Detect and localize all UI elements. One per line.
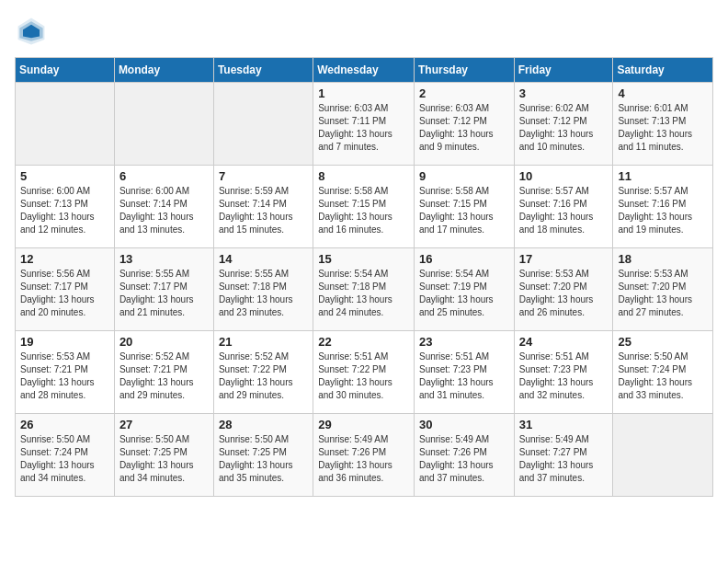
day-info: Sunrise: 5:58 AM Sunset: 7:15 PM Dayligh…: [318, 185, 409, 236]
day-number: 23: [419, 335, 509, 349]
calendar-cell: [213, 83, 313, 166]
calendar-cell: 1Sunrise: 6:03 AM Sunset: 7:11 PM Daylig…: [313, 83, 415, 166]
day-number: 3: [519, 86, 609, 100]
calendar-week-4: 19Sunrise: 5:53 AM Sunset: 7:21 PM Dayli…: [16, 331, 713, 414]
day-number: 2: [419, 86, 509, 100]
calendar-cell: 23Sunrise: 5:51 AM Sunset: 7:23 PM Dayli…: [414, 331, 514, 414]
day-info: Sunrise: 5:53 AM Sunset: 7:21 PM Dayligh…: [20, 350, 109, 402]
day-info: Sunrise: 5:55 AM Sunset: 7:17 PM Dayligh…: [119, 268, 209, 319]
calendar-cell: 7Sunrise: 5:59 AM Sunset: 7:14 PM Daylig…: [213, 166, 313, 248]
calendar-table: SundayMondayTuesdayWednesdayThursdayFrid…: [15, 57, 713, 497]
day-number: 27: [119, 418, 209, 431]
day-number: 4: [618, 86, 708, 100]
calendar-cell: [114, 83, 213, 166]
page-header: [15, 15, 713, 48]
day-number: 18: [618, 252, 708, 266]
day-info: Sunrise: 5:56 AM Sunset: 7:17 PM Dayligh…: [20, 268, 109, 319]
calendar-cell: 5Sunrise: 6:00 AM Sunset: 7:13 PM Daylig…: [16, 166, 115, 248]
day-info: Sunrise: 5:50 AM Sunset: 7:25 PM Dayligh…: [119, 433, 209, 485]
calendar-cell: 13Sunrise: 5:55 AM Sunset: 7:17 PM Dayli…: [114, 248, 213, 331]
day-number: 6: [119, 169, 209, 183]
day-info: Sunrise: 5:49 AM Sunset: 7:26 PM Dayligh…: [318, 433, 409, 485]
day-number: 11: [618, 169, 708, 183]
calendar-cell: 18Sunrise: 5:53 AM Sunset: 7:20 PM Dayli…: [613, 248, 713, 331]
calendar-cell: 6Sunrise: 6:00 AM Sunset: 7:14 PM Daylig…: [114, 166, 213, 248]
calendar-cell: 10Sunrise: 5:57 AM Sunset: 7:16 PM Dayli…: [514, 166, 613, 248]
day-info: Sunrise: 5:59 AM Sunset: 7:14 PM Dayligh…: [219, 185, 308, 236]
calendar-cell: 26Sunrise: 5:50 AM Sunset: 7:24 PM Dayli…: [16, 414, 115, 497]
day-info: Sunrise: 6:03 AM Sunset: 7:11 PM Dayligh…: [318, 102, 409, 154]
calendar-cell: [16, 83, 115, 166]
day-info: Sunrise: 5:50 AM Sunset: 7:25 PM Dayligh…: [219, 433, 308, 485]
calendar-cell: 17Sunrise: 5:53 AM Sunset: 7:20 PM Dayli…: [514, 248, 613, 331]
weekday-header-saturday: Saturday: [613, 58, 713, 83]
day-number: 24: [519, 335, 609, 349]
calendar-cell: [613, 414, 713, 497]
calendar-cell: 25Sunrise: 5:50 AM Sunset: 7:24 PM Dayli…: [613, 331, 713, 414]
day-number: 10: [519, 169, 609, 183]
calendar-cell: 3Sunrise: 6:02 AM Sunset: 7:12 PM Daylig…: [514, 83, 613, 166]
day-info: Sunrise: 5:53 AM Sunset: 7:20 PM Dayligh…: [519, 268, 609, 319]
day-info: Sunrise: 5:53 AM Sunset: 7:20 PM Dayligh…: [618, 268, 708, 319]
day-info: Sunrise: 5:57 AM Sunset: 7:16 PM Dayligh…: [618, 185, 708, 236]
calendar-cell: 2Sunrise: 6:03 AM Sunset: 7:12 PM Daylig…: [414, 83, 514, 166]
day-number: 26: [20, 418, 109, 431]
calendar-cell: 14Sunrise: 5:55 AM Sunset: 7:18 PM Dayli…: [213, 248, 313, 331]
calendar-cell: 11Sunrise: 5:57 AM Sunset: 7:16 PM Dayli…: [613, 166, 713, 248]
day-info: Sunrise: 6:02 AM Sunset: 7:12 PM Dayligh…: [519, 102, 609, 154]
day-number: 17: [519, 252, 609, 266]
day-info: Sunrise: 5:51 AM Sunset: 7:23 PM Dayligh…: [419, 350, 509, 402]
day-info: Sunrise: 5:49 AM Sunset: 7:27 PM Dayligh…: [519, 433, 609, 485]
day-number: 19: [20, 335, 109, 349]
calendar-cell: 19Sunrise: 5:53 AM Sunset: 7:21 PM Dayli…: [16, 331, 115, 414]
weekday-header-monday: Monday: [114, 58, 213, 83]
day-number: 1: [318, 86, 409, 100]
calendar-cell: 22Sunrise: 5:51 AM Sunset: 7:22 PM Dayli…: [313, 331, 415, 414]
day-number: 13: [119, 252, 209, 266]
calendar-cell: 12Sunrise: 5:56 AM Sunset: 7:17 PM Dayli…: [16, 248, 115, 331]
day-number: 5: [20, 169, 109, 183]
calendar-cell: 29Sunrise: 5:49 AM Sunset: 7:26 PM Dayli…: [313, 414, 415, 497]
day-info: Sunrise: 6:01 AM Sunset: 7:13 PM Dayligh…: [618, 102, 708, 154]
day-number: 15: [318, 252, 409, 266]
calendar-cell: 8Sunrise: 5:58 AM Sunset: 7:15 PM Daylig…: [313, 166, 415, 248]
day-number: 22: [318, 335, 409, 349]
day-number: 7: [219, 169, 308, 183]
day-info: Sunrise: 5:52 AM Sunset: 7:22 PM Dayligh…: [219, 350, 308, 402]
weekday-header-wednesday: Wednesday: [313, 58, 415, 83]
day-number: 28: [219, 418, 308, 431]
calendar-cell: 16Sunrise: 5:54 AM Sunset: 7:19 PM Dayli…: [414, 248, 514, 331]
day-info: Sunrise: 5:57 AM Sunset: 7:16 PM Dayligh…: [519, 185, 609, 236]
calendar-cell: 28Sunrise: 5:50 AM Sunset: 7:25 PM Dayli…: [213, 414, 313, 497]
day-number: 16: [419, 252, 509, 266]
day-number: 29: [318, 418, 409, 431]
calendar-week-2: 5Sunrise: 6:00 AM Sunset: 7:13 PM Daylig…: [16, 166, 713, 248]
calendar-cell: 4Sunrise: 6:01 AM Sunset: 7:13 PM Daylig…: [613, 83, 713, 166]
calendar-cell: 31Sunrise: 5:49 AM Sunset: 7:27 PM Dayli…: [514, 414, 613, 497]
day-info: Sunrise: 5:50 AM Sunset: 7:24 PM Dayligh…: [20, 433, 109, 485]
day-number: 20: [119, 335, 209, 349]
logo: [15, 15, 53, 48]
day-info: Sunrise: 6:00 AM Sunset: 7:14 PM Dayligh…: [119, 185, 209, 236]
day-info: Sunrise: 5:51 AM Sunset: 7:23 PM Dayligh…: [519, 350, 609, 402]
day-number: 9: [419, 169, 509, 183]
weekday-header-tuesday: Tuesday: [213, 58, 313, 83]
calendar-cell: 27Sunrise: 5:50 AM Sunset: 7:25 PM Dayli…: [114, 414, 213, 497]
day-number: 14: [219, 252, 308, 266]
day-info: Sunrise: 5:49 AM Sunset: 7:26 PM Dayligh…: [419, 433, 509, 485]
day-info: Sunrise: 5:51 AM Sunset: 7:22 PM Dayligh…: [318, 350, 409, 402]
day-info: Sunrise: 5:52 AM Sunset: 7:21 PM Dayligh…: [119, 350, 209, 402]
day-info: Sunrise: 5:50 AM Sunset: 7:24 PM Dayligh…: [618, 350, 708, 402]
day-number: 31: [519, 418, 609, 431]
day-info: Sunrise: 5:54 AM Sunset: 7:19 PM Dayligh…: [419, 268, 509, 319]
day-info: Sunrise: 5:54 AM Sunset: 7:18 PM Dayligh…: [318, 268, 409, 319]
day-number: 8: [318, 169, 409, 183]
weekday-header-friday: Friday: [514, 58, 613, 83]
weekday-header-thursday: Thursday: [414, 58, 514, 83]
day-number: 21: [219, 335, 308, 349]
day-info: Sunrise: 5:55 AM Sunset: 7:18 PM Dayligh…: [219, 268, 308, 319]
day-info: Sunrise: 5:58 AM Sunset: 7:15 PM Dayligh…: [419, 185, 509, 236]
logo-icon: [15, 15, 48, 48]
calendar-cell: 30Sunrise: 5:49 AM Sunset: 7:26 PM Dayli…: [414, 414, 514, 497]
calendar-cell: 20Sunrise: 5:52 AM Sunset: 7:21 PM Dayli…: [114, 331, 213, 414]
